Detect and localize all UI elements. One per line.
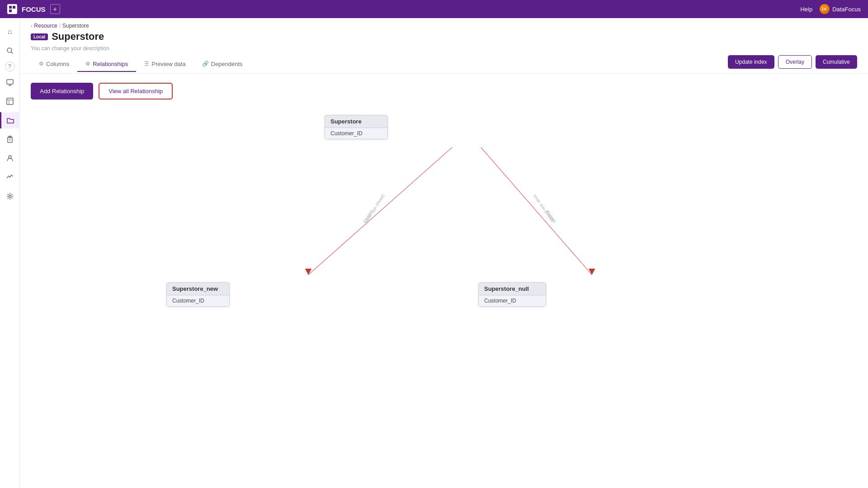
header-actions: Update index Overlay Cumulative (728, 55, 857, 73)
svg-text:Inner Join (Detail): Inner Join (Detail) (533, 194, 555, 223)
svg-rect-2 (9, 9, 12, 12)
svg-point-16 (9, 156, 11, 158)
tab-relationships[interactable]: ⚙ Relationships (77, 57, 136, 72)
dependents-icon: 🔗 (202, 61, 209, 67)
sidebar-item-help[interactable]: ? (5, 62, 15, 71)
columns-icon: ⚙ (39, 61, 44, 67)
breadcrumb: ‹ Resource / Superstore (31, 23, 857, 29)
cumulative-button[interactable]: Cumulative (816, 55, 857, 69)
relationships-icon: ⚙ (85, 61, 90, 67)
svg-line-18 (308, 147, 452, 275)
svg-text:(Delete): (Delete) (545, 209, 557, 224)
avatar: DF (820, 4, 830, 14)
table-node-header-superstore-new: Superstore_new (167, 283, 229, 295)
view-all-relationship-button[interactable]: View all Relationship (99, 83, 173, 99)
svg-point-17 (9, 195, 11, 198)
page-title: Superstore (52, 31, 104, 43)
table-node-header-superstore-null: Superstore_null (479, 283, 546, 295)
tab-bar: ⚙ Columns ⚙ Relationships ☰ Preview data… (31, 57, 251, 72)
svg-text:Inner Join (Detail): Inner Join (Detail) (364, 194, 385, 223)
user-menu[interactable]: DF DataFocus (820, 4, 861, 14)
action-buttons: Add Relationship View all Relationship (31, 83, 857, 99)
sidebar-item-settings[interactable] (2, 188, 18, 204)
page-body: Add Relationship View all Relationship I… (20, 74, 868, 488)
header-bar: ‹ Resource / Superstore Local Superstore… (20, 18, 868, 74)
breadcrumb-separator: / (59, 23, 61, 29)
svg-rect-1 (13, 6, 15, 9)
svg-rect-3 (13, 9, 15, 12)
sidebar-item-monitor[interactable] (2, 74, 18, 90)
svg-rect-12 (8, 137, 12, 142)
tab-dependents[interactable]: 🔗 Dependents (194, 57, 251, 72)
app-name: FOCUS (22, 5, 46, 13)
update-index-button[interactable]: Update index (728, 55, 774, 69)
table-node-field-superstore-null: Customer_ID (479, 295, 546, 306)
svg-marker-19 (305, 269, 312, 275)
preview-icon: ☰ (144, 61, 149, 67)
user-name: DataFocus (832, 6, 861, 13)
svg-marker-23 (589, 269, 595, 275)
sidebar-item-activity[interactable] (2, 169, 18, 185)
sidebar-item-clipboard[interactable] (2, 131, 18, 147)
svg-rect-6 (7, 80, 13, 84)
breadcrumb-current: Superstore (62, 23, 89, 29)
table-node-header-superstore: Superstore (325, 115, 387, 128)
svg-line-5 (11, 52, 13, 53)
table-node-field-superstore-new: Customer_ID (167, 295, 229, 306)
sidebar-item-folder[interactable] (0, 112, 20, 128)
diagram-svg: Inner Join (Detail) (Delete) Inner Join … (31, 110, 857, 336)
add-relationship-button[interactable]: Add Relationship (31, 83, 93, 99)
top-navigation: FOCUS + Help DF DataFocus (0, 0, 868, 18)
table-node-superstore[interactable]: Superstore Customer_ID (325, 115, 388, 139)
sidebar: ⌂ ? (0, 18, 20, 488)
app-logo (7, 4, 17, 14)
help-link[interactable]: Help (800, 6, 812, 13)
relationship-diagram: Inner Join (Detail) (Delete) Inner Join … (31, 110, 857, 336)
sidebar-item-table[interactable] (2, 93, 18, 109)
sidebar-item-user[interactable] (2, 150, 18, 166)
table-node-superstore-null[interactable]: Superstore_null Customer_ID (478, 282, 546, 307)
table-node-field-superstore: Customer_ID (325, 128, 387, 139)
page-description: You can change your description (31, 45, 857, 52)
overlay-button[interactable]: Overlay (778, 55, 812, 69)
local-badge: Local (31, 33, 48, 40)
svg-rect-9 (7, 98, 13, 104)
sidebar-item-search[interactable] (2, 43, 18, 59)
tab-preview[interactable]: ☰ Preview data (136, 57, 193, 72)
table-node-superstore-new[interactable]: Superstore_new Customer_ID (166, 282, 230, 307)
breadcrumb-resource[interactable]: Resource (34, 23, 57, 29)
svg-text:(Delete): (Delete) (362, 209, 374, 224)
svg-line-22 (481, 147, 592, 275)
svg-rect-0 (9, 6, 12, 9)
add-button[interactable]: + (50, 4, 60, 14)
tab-columns[interactable]: ⚙ Columns (31, 57, 77, 72)
sidebar-item-home[interactable]: ⌂ (2, 24, 18, 40)
